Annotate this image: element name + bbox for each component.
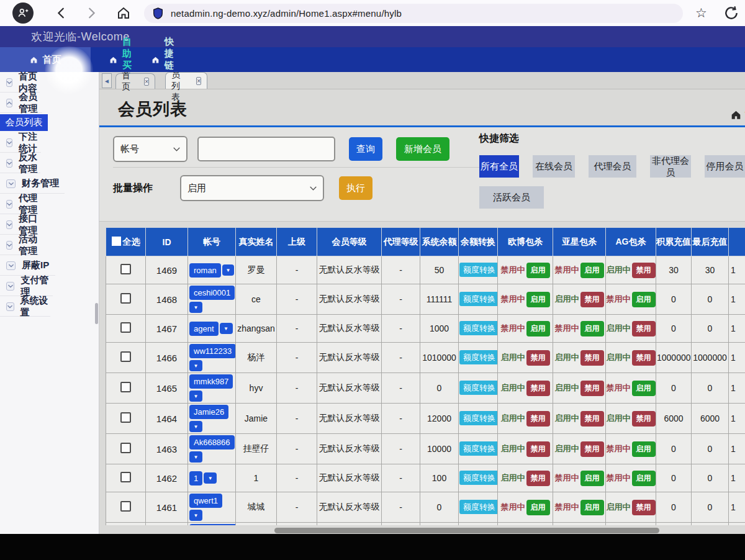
sidebar-scrollbar[interactable] [95,303,98,324]
account-button[interactable]: ceshi0001 [189,286,235,300]
account-dropdown-icon[interactable]: ▼ [189,451,202,463]
horizontal-scrollbar[interactable] [274,528,659,533]
account-button[interactable]: ww112233 [189,344,236,358]
sidebar-item[interactable]: 会员管理 [0,93,42,113]
back-icon[interactable] [51,2,72,24]
yaxing-toggle-button[interactable]: 禁用 [580,381,604,396]
quick-filter-button[interactable]: 活跃会员 [479,186,544,209]
quick-filter-button[interactable]: 非代理会员 [650,155,691,178]
oubo-toggle-button[interactable]: 启用 [526,500,550,515]
account-dropdown-icon[interactable]: ▼ [222,264,234,276]
row-checkbox[interactable] [120,443,131,453]
quota-transfer-button[interactable]: 额度转换 [459,381,498,395]
quota-transfer-button[interactable]: 额度转换 [459,500,498,514]
search-field-select[interactable]: 帐号 [113,136,187,162]
row-checkbox[interactable] [120,351,131,362]
nav-tab[interactable]: 自助买分 [91,47,133,72]
ag-toggle-button[interactable]: 禁用 [632,350,656,366]
oubo-toggle-button[interactable]: 禁用 [526,381,550,396]
yaxing-toggle-button[interactable]: 禁用 [580,350,604,366]
sidebar-item[interactable]: 会员列表 [0,114,48,131]
yaxing-toggle-button[interactable]: 启用 [580,500,604,515]
yaxing-toggle-button[interactable]: 启用 [580,263,604,278]
account-dropdown-icon[interactable]: ▼ [189,421,202,432]
execute-button[interactable]: 执行 [339,176,372,200]
select-all-checkbox[interactable] [112,237,121,246]
oubo-toggle-button[interactable]: 禁用 [526,411,550,427]
ag-toggle-button[interactable]: 启用 [632,471,656,486]
ag-toggle-button[interactable]: 启用 [632,381,656,396]
quota-transfer-button[interactable]: 额度转换 [459,471,498,485]
oubo-toggle-button[interactable]: 禁用 [526,350,550,366]
batch-action-select[interactable]: 启用 [180,175,324,201]
account-button[interactable]: Jamie26 [189,405,228,419]
quota-transfer-button[interactable]: 额度转换 [459,350,498,364]
page-tab[interactable]: 会员列表 × [165,72,207,89]
account-dropdown-icon[interactable]: ▼ [189,391,202,402]
sidebar-item[interactable]: 屏蔽IP [0,256,55,276]
yaxing-toggle-button[interactable]: 禁用 [580,411,604,427]
account-button[interactable]: mmkk987 [189,374,233,389]
close-tab-icon[interactable]: × [196,77,201,85]
row-checkbox[interactable] [120,264,131,274]
account-button[interactable]: Ak668866 [189,435,235,449]
sidebar-item[interactable]: 系统设置 [0,297,50,317]
sidebar-item[interactable]: 支付管理 [0,276,53,296]
sidebar-item[interactable]: 活动管理 [0,235,39,255]
sidebar-item[interactable]: 首页内容 [0,73,40,93]
row-checkbox[interactable] [120,322,131,333]
account-button[interactable]: roman [189,263,221,278]
oubo-toggle-button[interactable]: 启用 [526,263,550,278]
quota-transfer-button[interactable]: 额度转换 [459,441,498,456]
oubo-toggle-button[interactable]: 禁用 [526,441,550,457]
tab-scroll-left-icon[interactable]: ◄ [102,73,112,88]
oubo-toggle-button[interactable]: 启用 [526,321,550,336]
profile-icon[interactable] [12,2,34,24]
nav-tab[interactable]: 首页 [0,47,91,72]
sidebar-item[interactable]: 接口管理 [0,215,38,235]
nav-tab[interactable]: 快捷链接 [133,47,181,72]
row-checkbox[interactable] [120,382,131,392]
sidebar-item[interactable]: 下注统计 [0,133,41,153]
quick-filter-button[interactable]: 在线会员 [533,155,575,178]
account-button[interactable]: qwert1 [189,494,222,508]
yaxing-toggle-button[interactable]: 禁用 [580,292,604,307]
account-dropdown-icon[interactable]: ▼ [220,323,233,334]
oubo-toggle-button[interactable]: 启用 [526,292,550,307]
site-info-icon[interactable] [153,7,163,19]
account-button[interactable]: cb5201314 [189,524,236,525]
forward-icon[interactable] [81,2,102,24]
close-tab-icon[interactable]: × [144,78,149,86]
sidebar-item[interactable]: 代理管理 [0,194,38,214]
quota-transfer-button[interactable]: 额度转换 [459,411,498,425]
ag-toggle-button[interactable]: 启用 [632,292,656,307]
account-dropdown-icon[interactable]: ▼ [189,302,202,313]
row-checkbox[interactable] [120,293,131,304]
account-button[interactable]: 1 [189,471,202,485]
account-dropdown-icon[interactable]: ▼ [204,472,217,484]
sidebar-item[interactable]: 反水管理 [0,153,40,173]
row-checkbox[interactable] [120,501,131,512]
ag-toggle-button[interactable]: 禁用 [632,500,656,515]
row-checkbox[interactable] [120,472,131,482]
account-dropdown-icon[interactable]: ▼ [189,510,202,521]
account-button[interactable]: agent [189,322,219,336]
search-input[interactable] [197,137,335,161]
oubo-toggle-button[interactable]: 禁用 [526,471,550,486]
ag-toggle-button[interactable]: 禁用 [632,321,656,336]
account-dropdown-icon[interactable]: ▼ [189,360,202,371]
row-checkbox[interactable] [120,412,131,423]
yaxing-toggle-button[interactable]: 禁用 [580,441,604,457]
quick-filter-button[interactable]: 停用会员 [705,155,745,178]
ag-toggle-button[interactable]: 启用 [632,441,656,457]
yaxing-toggle-button[interactable]: 启用 [580,321,604,336]
quick-filter-button[interactable]: 所有全员 [479,155,519,178]
quota-transfer-button[interactable]: 额度转换 [459,263,498,277]
add-member-button[interactable]: 新增会员 [396,137,449,161]
yaxing-toggle-button[interactable]: 启用 [580,471,604,486]
url-bar[interactable]: netadmin.ng-demo.xyz/admin/Home1.aspx#me… [144,4,683,23]
quick-filter-button[interactable]: 代理会员 [589,155,636,178]
browser-home-icon[interactable] [113,2,134,24]
star-icon[interactable]: ☆ [695,6,707,20]
query-button[interactable]: 查询 [349,137,382,161]
